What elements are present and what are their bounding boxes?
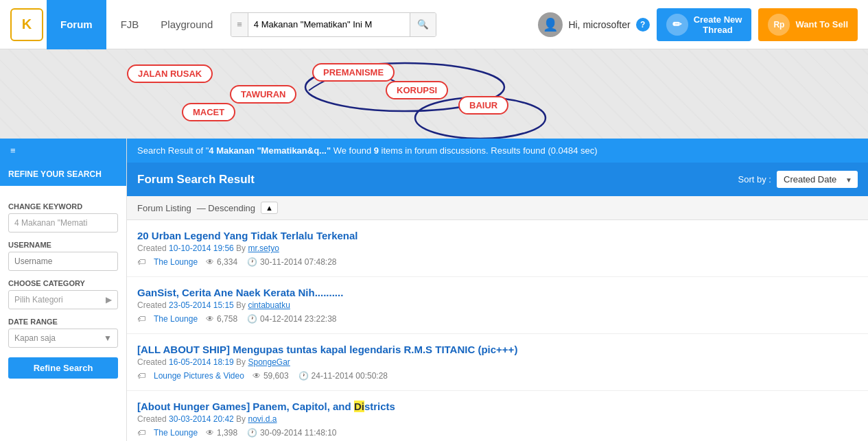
category-link[interactable]: Lounge Pictures & Video: [154, 371, 244, 381]
date-placeholder: Kapan saja: [14, 333, 56, 343]
nav-fjb-label: FJB: [121, 19, 139, 30]
sort-ascending-button[interactable]: ▲: [261, 202, 278, 214]
result-count: 9: [374, 145, 379, 156]
thread-meta: Created 23-05-2014 15:15 By cintabuatku: [137, 300, 858, 310]
last-reply-stat: 🕐 30-11-2014 07:48:28: [247, 257, 336, 267]
thread-title[interactable]: [ALL ABOUT SHIP] Mengupas tuntas kapal l…: [137, 344, 517, 355]
thread-tags: 🏷 The Lounge 👁 6,334 🕐 30-11-2014 07:48:…: [137, 257, 858, 267]
last-reply-stat: 🕐 04-12-2014 23:22:38: [247, 314, 336, 324]
thread-tags: 🏷 The Lounge 👁 6,758 🕐 04-12-2014 23:22:…: [137, 314, 858, 324]
thread-meta: Created 10-10-2014 19:56 By mr.setyo: [137, 243, 858, 253]
last-reply-date: 30-09-2014 11:48:10: [260, 428, 336, 438]
listing-label: Forum Listing: [137, 203, 191, 213]
eye-icon: 👁: [206, 257, 214, 267]
views-count: 59,603: [263, 371, 289, 381]
sidebar: ≡ REFINE YOUR SEARCH CHANGE KEYWORD USER…: [0, 139, 127, 441]
tag-icon: 🏷: [137, 314, 145, 324]
date-arrow: ▼: [104, 333, 112, 343]
category-link[interactable]: The Lounge: [154, 314, 198, 324]
date-label: DATE RANGE: [8, 318, 118, 326]
clock-icon: 🕐: [298, 371, 309, 381]
content-area: Search Result of "4 Makanan "Mematikan&q…: [127, 139, 868, 441]
username-input[interactable]: [8, 252, 118, 271]
created-prefix: Created: [137, 300, 169, 310]
created-date: 10-10-2014 19:56: [169, 243, 234, 253]
author-link[interactable]: SpongeGar: [248, 357, 290, 367]
listing-order: — Descending: [197, 203, 255, 213]
category-placeholder: Pilih Kategori: [14, 295, 63, 305]
eye-icon: 👁: [253, 371, 261, 381]
sell-icon-symbol: Rp: [773, 20, 784, 29]
nav-fjb[interactable]: FJB: [110, 0, 150, 49]
views-stat: 👁 6,334: [206, 257, 237, 267]
created-date: 16-05-2014 18:19: [169, 357, 234, 367]
search-result-bar: Search Result of "4 Makanan "Mematikan&q…: [127, 139, 868, 163]
table-row: [ALL ABOUT SHIP] Mengupas tuntas kapal l…: [127, 334, 868, 391]
keyword-input[interactable]: [8, 213, 118, 233]
create-icon-symbol: ✏: [672, 18, 681, 31]
help-icon[interactable]: ?: [636, 18, 650, 32]
tag-icon: 🏷: [137, 428, 145, 438]
created-date: 30-03-2014 20:42: [169, 414, 234, 424]
listing-bar: Forum Listing — Descending ▲: [127, 196, 868, 220]
thread-meta: Created 16-05-2014 18:19 By SpongeGar: [137, 357, 858, 367]
sort-dropdown[interactable]: Created Date Last Reply Views: [777, 171, 858, 188]
by-text: By: [234, 300, 248, 310]
last-reply-date: 30-11-2014 07:48:28: [260, 257, 336, 267]
thread-tags: 🏷 The Lounge 👁 1,398 🕐 30-09-2014 11:48:…: [137, 428, 858, 438]
clock-icon: 🕐: [247, 428, 257, 438]
result-prefix: Search Result of ": [137, 145, 209, 156]
want-to-sell-label: Want To Sell: [795, 19, 848, 29]
header: K Forum FJB Playground ≡ 🔍 👤 Hi, microso…: [0, 0, 868, 49]
created-prefix: Created: [137, 243, 169, 253]
want-to-sell-button[interactable]: Rp Want To Sell: [758, 8, 858, 41]
thread-list: 20 Urban Legend Yang Tidak Terlalu Terke…: [127, 220, 868, 441]
author-link[interactable]: mr.setyo: [248, 243, 279, 253]
views-stat: 👁 1,398: [206, 428, 237, 438]
views-stat: 👁 59,603: [253, 371, 289, 381]
keyword-label: CHANGE KEYWORD: [8, 202, 118, 211]
sort-label: Sort by :: [738, 174, 771, 184]
category-link[interactable]: The Lounge: [154, 257, 198, 267]
thread-stats: 👁 1,398 🕐 30-09-2014 11:48:10: [206, 428, 336, 438]
author-link[interactable]: cintabuatku: [248, 300, 290, 310]
eye-icon: 👁: [206, 428, 214, 438]
help-text: ?: [640, 20, 645, 29]
thread-title[interactable]: [About Hunger Games] Panem, Capitol, and…: [137, 401, 395, 412]
by-text: By: [234, 243, 248, 253]
category-link[interactable]: The Lounge: [154, 428, 198, 438]
author-link[interactable]: novi.d.a: [248, 414, 277, 424]
thread-title[interactable]: GanSist, Cerita Ane Naek Kerata Nih.....…: [137, 287, 343, 298]
sidebar-toggle[interactable]: ≡: [0, 139, 126, 163]
refine-panel: CHANGE KEYWORD USERNAME CHOOSE CATEGORY …: [0, 186, 126, 387]
nav-playground[interactable]: Playground: [150, 0, 224, 49]
search-submit-button[interactable]: 🔍: [410, 13, 436, 36]
refine-header: REFINE YOUR SEARCH: [0, 163, 126, 186]
thread-title[interactable]: 20 Urban Legend Yang Tidak Terlalu Terke…: [137, 230, 358, 241]
last-reply-stat: 🕐 24-11-2014 00:50:28: [298, 371, 388, 381]
tag-icon: 🏷: [137, 371, 145, 381]
nav-forum[interactable]: Forum: [47, 0, 106, 49]
thread-stats: 👁 6,334 🕐 30-11-2014 07:48:28: [206, 257, 336, 267]
date-select[interactable]: Kapan saja ▼: [8, 329, 118, 348]
bubble-tawuran: TAWURAN: [230, 85, 296, 104]
search-input[interactable]: [248, 13, 410, 36]
result-suffix2: items in forum discussions. Results foun…: [379, 145, 598, 156]
logo[interactable]: K: [10, 8, 43, 41]
refine-search-button[interactable]: Refine Search: [8, 357, 118, 379]
thread-stats: 👁 6,758 🕐 04-12-2014 23:22:38: [206, 314, 336, 324]
category-select[interactable]: Pilih Kategori ▶: [8, 290, 118, 309]
create-thread-icon: ✏: [666, 14, 688, 36]
last-reply-date: 04-12-2014 23:22:38: [260, 314, 336, 324]
table-row: [About Hunger Games] Panem, Capitol, and…: [127, 391, 868, 441]
views-count: 6,334: [217, 257, 237, 267]
main-layout: ≡ REFINE YOUR SEARCH CHANGE KEYWORD USER…: [0, 139, 868, 441]
toggle-icon: ≡: [10, 145, 16, 156]
create-thread-button[interactable]: ✏ Create New Thread: [657, 8, 752, 41]
category-label: CHOOSE CATEGORY: [8, 279, 118, 287]
table-row: 20 Urban Legend Yang Tidak Terlalu Terke…: [127, 220, 868, 277]
tag-icon: 🏷: [137, 257, 145, 267]
refine-label: REFINE YOUR SEARCH: [8, 169, 102, 179]
thread-tags: 🏷 Lounge Pictures & Video 👁 59,603 🕐 24-…: [137, 371, 858, 381]
highlight-text: Di: [354, 401, 364, 412]
